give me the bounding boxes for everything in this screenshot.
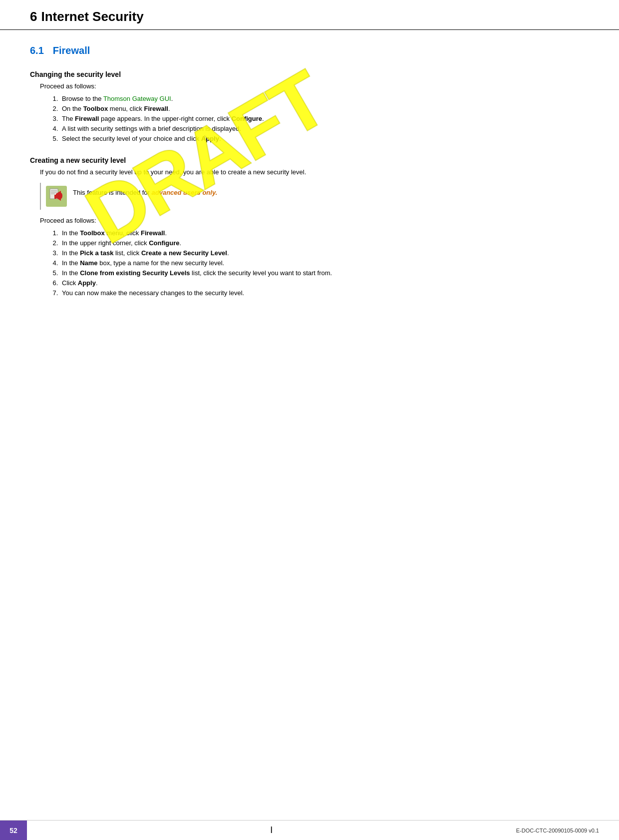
step-1-2: On the Toolbox menu, click Firewall. bbox=[60, 105, 589, 112]
subsection1-steps: Browse to the Thomson Gateway GUI. On th… bbox=[60, 95, 589, 142]
subsection2-intro: If you do not find a security level up t… bbox=[40, 168, 589, 176]
page-header: 6Internet Security bbox=[0, 0, 619, 30]
step-1-4: A list with security settings with a bri… bbox=[60, 125, 589, 132]
step-2-3: In the Pick a task list, click Create a … bbox=[60, 249, 589, 257]
footer-doc-reference: E-DOC-CTC-20090105-0009 v0.1 bbox=[516, 828, 619, 834]
step-2-2: In the upper right corner, click Configu… bbox=[60, 239, 589, 247]
section-number: 6.1 bbox=[30, 45, 44, 56]
apply-label: Apply bbox=[201, 135, 219, 142]
create-security-level-label: Create a new Security Level bbox=[141, 249, 227, 257]
step-2-5: In the Clone from existing Security Leve… bbox=[60, 269, 589, 277]
svg-point-7 bbox=[59, 193, 62, 199]
step-2-4: In the Name box, type a name for the new… bbox=[60, 259, 589, 267]
subsection-creating-security-level: Creating a new security level If you do … bbox=[30, 156, 589, 297]
toolbox2-label: Toolbox bbox=[80, 229, 105, 237]
note-icon-svg bbox=[46, 186, 67, 207]
firewall-label: Firewall bbox=[144, 105, 168, 112]
page-container: 6Internet Security 6.1 Firewall Changing… bbox=[0, 0, 619, 840]
firewall2-label: Firewall bbox=[141, 229, 165, 237]
step-1-5: Select the security level of your choice… bbox=[60, 135, 589, 142]
note-text: This feature is intended for advanced us… bbox=[73, 186, 217, 198]
toolbox-label: Toolbox bbox=[83, 105, 108, 112]
section-heading: 6.1 Firewall bbox=[30, 45, 589, 56]
name-box-label: Name bbox=[80, 259, 97, 267]
content-area: 6.1 Firewall Changing the security level… bbox=[0, 30, 619, 336]
chapter-title: Internet Security bbox=[41, 9, 143, 24]
firewall-page-label: Firewall bbox=[75, 115, 99, 122]
footer-page-number: 52 bbox=[0, 821, 27, 840]
note-icon bbox=[46, 186, 67, 207]
step-1-3: The Firewall page appears. In the upper-… bbox=[60, 115, 589, 122]
subsection2-heading: Creating a new security level bbox=[30, 156, 589, 164]
page-footer: 52 I E-DOC-CTC-20090105-0009 v0.1 bbox=[0, 820, 619, 840]
subsection-changing-security-level: Changing the security level Proceed as f… bbox=[30, 70, 589, 142]
step-2-1: In the Toolbox menu, click Firewall. bbox=[60, 229, 589, 237]
step-1-1: Browse to the Thomson Gateway GUI. bbox=[60, 95, 589, 102]
subsection1-proceed: Proceed as follows: bbox=[40, 82, 589, 90]
note-link: advanced users only. bbox=[152, 189, 218, 196]
footer-separator-line: I bbox=[270, 825, 273, 836]
step-2-7: You can now make the necessary changes t… bbox=[60, 289, 589, 297]
subsection2-proceed: Proceed as follows: bbox=[40, 217, 589, 224]
clone-from-label: Clone from existing Security Levels bbox=[80, 269, 190, 277]
note-box: This feature is intended for advanced us… bbox=[40, 183, 579, 210]
subsection1-heading: Changing the security level bbox=[30, 70, 589, 78]
subsection2-steps: In the Toolbox menu, click Firewall. In … bbox=[60, 229, 589, 297]
step-2-6: Click Apply. bbox=[60, 279, 589, 287]
configure-label: Configure bbox=[232, 115, 262, 122]
note-text-before: This feature is intended for bbox=[73, 189, 152, 196]
footer-separator: I bbox=[27, 825, 516, 836]
apply2-label: Apply bbox=[78, 279, 96, 287]
pick-a-task-label: Pick a task bbox=[80, 249, 113, 257]
svg-rect-6 bbox=[54, 195, 56, 199]
chapter-number: 6 bbox=[30, 9, 37, 24]
thomson-gateway-link: Thomson Gateway GUI bbox=[103, 95, 171, 102]
configure2-label: Configure bbox=[149, 239, 179, 247]
section-title: Firewall bbox=[53, 45, 90, 56]
